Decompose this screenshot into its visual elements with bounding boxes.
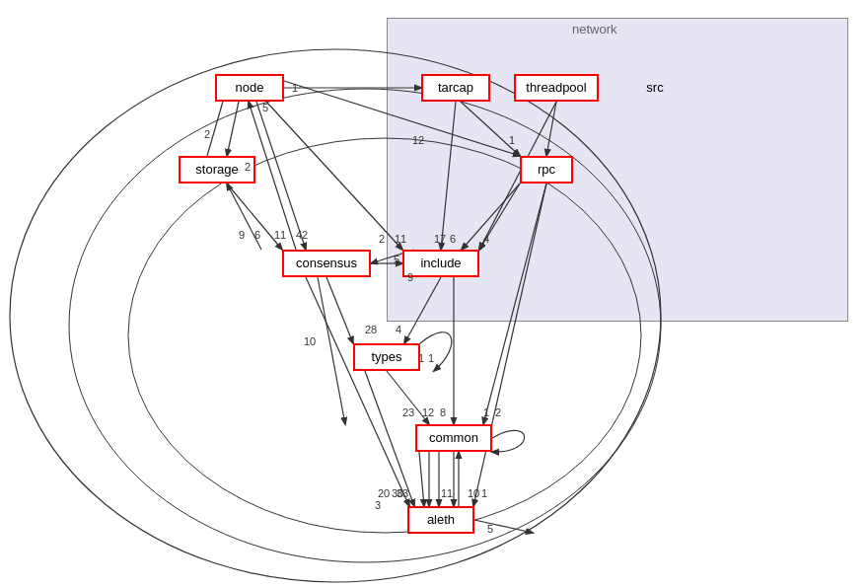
svg-line-22 bbox=[474, 520, 533, 533]
edge-label-2b: 2 bbox=[245, 161, 251, 173]
svg-line-10 bbox=[318, 277, 345, 424]
node-box-node[interactable]: node bbox=[215, 74, 284, 102]
node-label: node bbox=[236, 80, 264, 95]
svg-line-17 bbox=[365, 371, 414, 506]
edge-label-12b: 12 bbox=[422, 406, 434, 418]
storage-label: storage bbox=[195, 162, 238, 177]
svg-line-25 bbox=[266, 102, 402, 250]
edge-label-5c: 5 bbox=[487, 523, 493, 535]
edge-label-28: 28 bbox=[365, 324, 377, 335]
svg-line-4 bbox=[227, 102, 239, 156]
edge-label-42: 42 bbox=[296, 229, 308, 241]
aleth-label: aleth bbox=[427, 512, 455, 527]
edge-label-3: 3 bbox=[375, 499, 381, 511]
edge-label-30: 30 bbox=[392, 487, 403, 499]
edge-label-6b: 6 bbox=[450, 233, 456, 245]
include-label: include bbox=[420, 256, 461, 270]
diagram-container: network bbox=[0, 0, 868, 588]
edge-label-23: 23 bbox=[402, 406, 414, 418]
svg-line-5 bbox=[256, 102, 306, 250]
edge-label-4b: 4 bbox=[396, 324, 401, 335]
svg-line-9 bbox=[326, 277, 353, 343]
consensus-label: consensus bbox=[296, 256, 357, 270]
edge-label-6a: 6 bbox=[254, 229, 260, 241]
edge-label-2d: 2 bbox=[495, 406, 501, 418]
node-box-rpc[interactable]: rpc bbox=[520, 156, 573, 184]
edge-label-2c: 2 bbox=[379, 233, 385, 245]
svg-line-27 bbox=[249, 102, 296, 250]
edge-label-9a: 9 bbox=[239, 229, 245, 241]
edge-label-20: 20 bbox=[378, 487, 390, 499]
edge-label-1a: 1 bbox=[292, 82, 298, 94]
node-box-threadpool[interactable]: threadpool bbox=[514, 74, 599, 102]
edge-label-10: 10 bbox=[304, 335, 316, 347]
edge-label-5b: 5 bbox=[394, 254, 399, 265]
types-label: types bbox=[371, 349, 401, 364]
node-box-consensus[interactable]: consensus bbox=[282, 250, 371, 277]
edge-label-8: 8 bbox=[440, 406, 446, 418]
node-box-include[interactable]: include bbox=[402, 250, 479, 277]
edge-label-1b: 1 bbox=[509, 134, 515, 146]
node-box-types[interactable]: types bbox=[353, 343, 420, 371]
edge-label-2a: 2 bbox=[204, 128, 210, 140]
edge-label-12: 12 bbox=[412, 134, 424, 146]
tarcap-label: tarcap bbox=[438, 80, 473, 95]
edge-label-11b: 11 bbox=[395, 233, 406, 245]
edge-label-1f: 1 bbox=[481, 487, 487, 499]
node-box-common[interactable]: common bbox=[415, 424, 492, 452]
threadpool-label: threadpool bbox=[526, 80, 586, 95]
edge-label-11a: 11 bbox=[274, 229, 286, 241]
edge-label-17: 17 bbox=[434, 233, 446, 245]
edge-label-5a: 5 bbox=[262, 102, 268, 113]
edge-label-9b: 9 bbox=[407, 271, 413, 283]
edge-label-1c: 1 bbox=[418, 352, 424, 364]
svg-line-20 bbox=[419, 452, 424, 506]
node-box-tarcap[interactable]: tarcap bbox=[421, 74, 490, 102]
rpc-label: rpc bbox=[538, 162, 555, 177]
edge-label-10b: 10 bbox=[468, 487, 479, 499]
edge-label-11c: 11 bbox=[441, 487, 453, 499]
edge-label-1e: 1 bbox=[483, 406, 489, 418]
edge-label-4a: 4 bbox=[483, 233, 489, 245]
edge-label-1d: 1 bbox=[428, 352, 434, 364]
common-label: common bbox=[429, 430, 478, 445]
src-label: src bbox=[635, 74, 675, 102]
node-box-aleth[interactable]: aleth bbox=[407, 506, 474, 534]
